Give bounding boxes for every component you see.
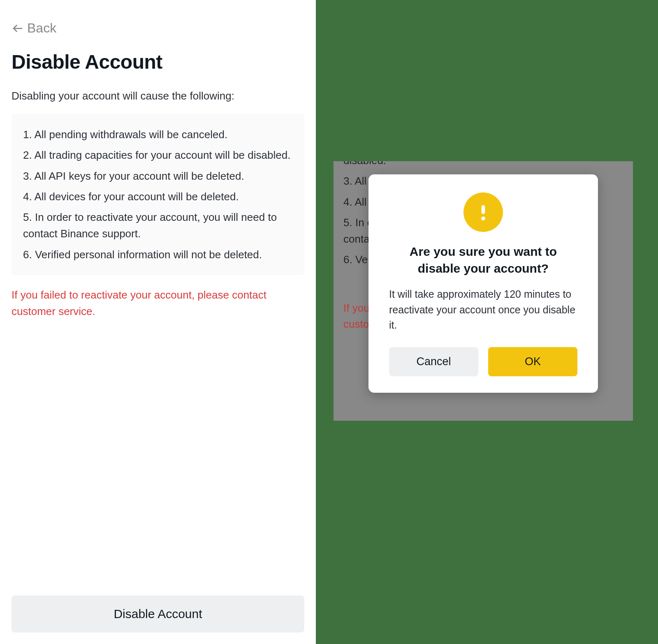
list-item: 5. In order to reactivate your account, … <box>23 209 293 242</box>
arrow-left-icon <box>12 22 24 35</box>
back-label: Back <box>27 21 56 36</box>
warning-icon <box>463 192 503 232</box>
dialog-body: It will take approximately 120 minutes t… <box>389 287 577 333</box>
intro-text: Disabling your account will cause the fo… <box>12 90 304 102</box>
back-button[interactable]: Back <box>12 21 304 36</box>
dialog-buttons: Cancel OK <box>389 347 577 376</box>
dialog-title: Are you sure you want to disable your ac… <box>389 243 577 277</box>
svg-point-2 <box>481 216 485 220</box>
list-item: disabled. <box>343 161 623 169</box>
list-item: 6. Verified personal information will no… <box>23 246 293 263</box>
svg-rect-1 <box>482 205 485 214</box>
consequences-box: 1. All pending withdrawals will be cance… <box>12 114 304 275</box>
list-item: 3. All API keys for your account will be… <box>23 168 293 184</box>
ok-button[interactable]: OK <box>488 347 577 376</box>
disable-account-button[interactable]: Disable Account <box>12 595 304 632</box>
page-title: Disable Account <box>12 51 304 73</box>
confirm-dialog: Are you sure you want to disable your ac… <box>368 174 598 393</box>
dimmed-background: disabled. 3. All API keys for your accou… <box>334 161 633 421</box>
list-item: 1. All pending withdrawals will be cance… <box>23 126 293 143</box>
confirmation-screenshot: disabled. 3. All API keys for your accou… <box>316 0 658 644</box>
cancel-button[interactable]: Cancel <box>389 347 478 376</box>
list-item: 2. All trading capacities for your accou… <box>23 147 293 163</box>
warning-text: If you failed to reactivate your account… <box>12 287 304 320</box>
list-item: 4. All devices for your account will be … <box>23 188 293 205</box>
disable-account-screen: Back Disable Account Disabling your acco… <box>0 0 316 644</box>
